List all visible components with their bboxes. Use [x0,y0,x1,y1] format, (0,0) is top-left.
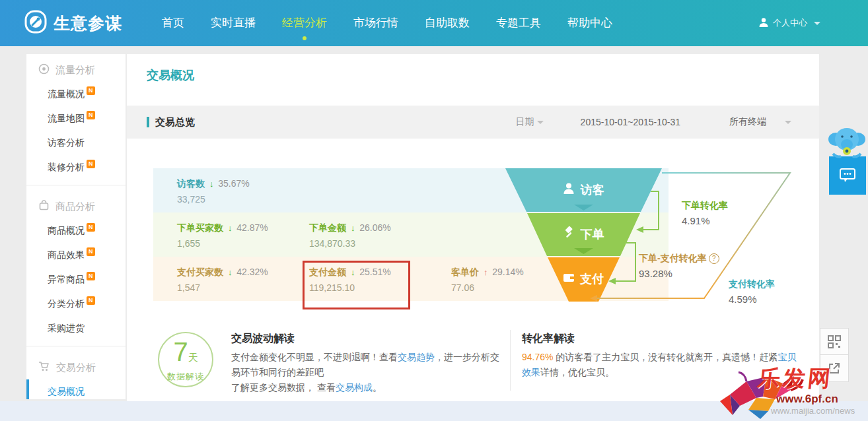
funnel-stage-visitor: 访客 [563,182,604,198]
nav-item-data[interactable]: 自助取数 [412,0,483,46]
order-icon [563,226,575,242]
watermark: 乐发网 www.6pf.cn www.maijia.com/news [717,365,868,421]
seven-day-badge: 7天 数据解读 [158,332,213,387]
new-badge: N [87,247,95,256]
help-icon[interactable]: ? [709,253,719,264]
visitor-icon [563,182,575,198]
trade-insight-title: 交易波动解读 [231,332,295,346]
trend-down-icon: ↓ [228,223,233,233]
date-range-value[interactable]: 2015-10-01~2015-10-31 [581,117,680,127]
date-controls: 日期 2015-10-01~2015-10-31 所有终端 [516,116,791,128]
trend-up-icon: ↑ [484,267,488,277]
nav-item-tools[interactable]: 专题工具 [483,0,554,46]
divider [510,330,511,391]
feedback-chat-button[interactable] [829,156,866,195]
order-conversion: 下单转化率 4.91% [682,200,728,226]
new-badge: N [87,296,95,305]
app-window: 生意参谋 首页 实时直播 经营分析 市场行情 自助取数 专题工具 帮助中心 个人… [0,0,868,421]
trend-down-icon: ↓ [209,179,214,189]
metric-avg-order-value: 客单价 ↑ 29.14% 77.06 [451,267,524,293]
metric-visitors: 访客数 ↓ 35.67% 33,725 [177,178,250,205]
trade-insight-text: 支付金额变化不明显，不进则退啊！查看交易趋势，进一步分析交易环节和同行的差距吧 … [231,350,507,395]
divider [26,346,126,346]
trade-composition-link[interactable]: 交易构成 [336,382,373,393]
section-bar: 交易总览 日期 2015-10-01~2015-10-31 所有终端 [127,106,819,139]
sidebar-item-traffic-map[interactable]: 流量地图N [26,106,126,131]
sidebar-section-product: 商品分析 [26,191,126,218]
metric-order-amount: 下单金额 ↓ 26.06% 134,870.33 [309,222,391,249]
compass-icon [24,10,48,36]
sidebar-item-decoration-analysis[interactable]: 装修分析N [26,155,126,179]
sidebar-item-product-effect[interactable]: 商品效果N [26,243,126,267]
sidebar-item-abnormal-product[interactable]: 异常商品N [26,267,126,292]
sidebar-section-traffic: 流量分析 [26,54,126,82]
user-icon [758,17,769,30]
chevron-down-icon [785,121,791,124]
trend-down-icon: ↓ [228,267,233,277]
nav-item-market[interactable]: 市场行情 [340,0,412,46]
terminal-filter[interactable]: 所有终端 [729,116,791,128]
section-marker [147,117,149,127]
sidebar-item-traffic-overview[interactable]: 流量概况N [26,82,126,106]
watermark-brand: 乐发网 [756,364,835,394]
new-badge: N [87,86,95,95]
qr-code-icon [828,335,841,348]
section-title: 交易总览 [155,116,195,129]
funnel-stage-order: 下单 [563,226,604,242]
mascot-elephant-icon[interactable] [826,125,867,162]
active-nav-dot-icon [303,36,307,40]
sidebar-section-trade: 交易分析 [26,352,126,379]
bag-icon [38,200,50,213]
metric-order-buyers: 下单买家数 ↓ 42.87% 1,655 [177,222,268,249]
date-filter[interactable]: 日期 [516,116,544,128]
app-title: 生意参谋 [54,13,122,34]
new-badge: N [87,160,95,168]
chevron-down-icon [537,121,544,124]
sidebar-item-trade-overview[interactable]: 交易概况 [26,379,126,399]
nav-item-help[interactable]: 帮助中心 [554,0,626,46]
nav-item-live[interactable]: 实时直播 [198,0,269,46]
sidebar: 流量分析 流量概况N 流量地图N 访客分析 装修分析N 商品分析 商品概况N [26,54,126,399]
main-panel: 交易概况 交易总览 日期 2015-10-01~2015-10-31 所有终端 [127,54,819,401]
sidebar-item-category-analysis[interactable]: 分类分析N [26,292,126,316]
main-nav: 首页 实时直播 经营分析 市场行情 自助取数 专题工具 帮助中心 [149,0,626,46]
watermark-url: www.6pf.cn [776,393,838,406]
nav-item-home[interactable]: 首页 [149,0,198,46]
nav-item-analysis[interactable]: 经营分析 [269,0,340,46]
user-menu-label: 个人中心 [773,17,807,29]
top-navbar: 生意参谋 首页 实时直播 经营分析 市场行情 自助取数 专题工具 帮助中心 个人… [0,0,868,46]
pay-conversion: 支付转化率 4.59% [729,278,775,305]
qr-code-button[interactable] [820,328,849,356]
divider [26,185,126,185]
new-badge: N [87,111,95,119]
cart-icon [38,361,50,374]
chat-bubble-icon [839,168,856,183]
order-pay-conversion: 下单-支付转化率? 93.28% [639,253,719,279]
new-badge: N [87,272,95,280]
app-logo[interactable]: 生意参谋 [24,10,122,36]
highlight-red-box [303,261,410,309]
chevron-down-icon [814,22,820,25]
funnel-stage-pay: 支付 [563,271,604,287]
target-icon [38,63,50,77]
trade-trend-link[interactable]: 交易趋势 [398,352,435,362]
page-title: 交易概况 [147,67,194,83]
sidebar-item-purchase[interactable]: 采购进货 [26,316,126,340]
conversion-insight-title: 转化率解读 [522,332,575,346]
sidebar-item-visitor-analysis[interactable]: 访客分析 [26,131,126,155]
pay-icon [563,273,575,286]
watermark-sub-url: www.maijia.com/news [771,406,855,416]
conversion-pct: 94.76% [522,352,553,362]
user-menu[interactable]: 个人中心 [758,17,820,30]
sidebar-item-product-overview[interactable]: 商品概况N [26,218,126,243]
trend-down-icon: ↓ [351,223,355,233]
metric-pay-buyers: 支付买家数 ↓ 42.32% 1,547 [177,267,268,293]
new-badge: N [87,223,95,232]
